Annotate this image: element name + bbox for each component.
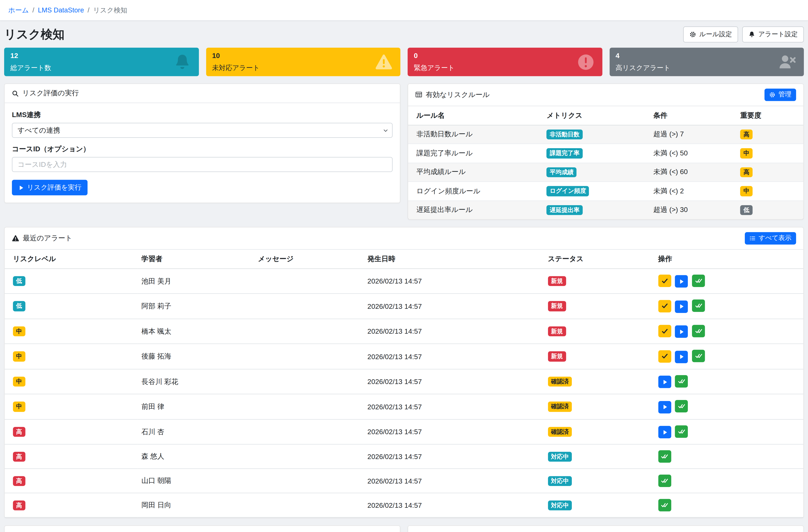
alert-datetime: 2026/02/13 14:57 <box>363 419 544 444</box>
metric-badge: 遅延提出率 <box>547 205 583 215</box>
metric-badge: 非活動日数 <box>547 129 583 140</box>
run-risk-eval-button[interactable]: リスク評価を実行 <box>12 180 88 196</box>
resolve-button[interactable] <box>692 350 705 362</box>
bell-icon <box>173 53 191 71</box>
resolve-button[interactable] <box>692 325 705 337</box>
learner-name: 阿部 莉子 <box>137 294 254 319</box>
start-button[interactable] <box>658 376 671 388</box>
alert-row: 高 岡田 日向 2026/02/13 14:57 対応中 <box>5 493 804 517</box>
person-x-icon <box>778 53 796 71</box>
learner-name: 山口 朝陽 <box>137 469 254 493</box>
rule-row: 遅延提出率ルール 遅延提出率 超過 (>) 30 低 <box>408 201 804 219</box>
start-button[interactable] <box>675 351 688 363</box>
column-header: 条件 <box>649 106 736 125</box>
alert-settings-label: アラート設定 <box>758 30 797 39</box>
risk-level-badge: 高 <box>13 476 25 486</box>
start-button[interactable] <box>658 426 671 439</box>
status-badge: 対応中 <box>548 452 572 462</box>
alert-actions <box>654 344 804 369</box>
alerts-body: 低 池田 美月 2026/02/13 14:57 新規 <box>5 269 804 517</box>
resolve-button[interactable] <box>658 475 671 487</box>
breadcrumb-link-home[interactable]: ホーム <box>8 5 29 15</box>
alert-row: 中 前田 律 2026/02/13 14:57 確認済 <box>5 394 804 419</box>
dashboard-card: ダッシュボード リスク分析ダッシュボードで詳細を確認 ダッシュボードへ <box>408 526 804 532</box>
alert-actions <box>654 444 804 469</box>
header-actions: ルール設定 アラート設定 <box>683 26 804 43</box>
list-icon <box>749 235 756 241</box>
alert-actions <box>654 419 804 444</box>
acknowledge-button[interactable] <box>658 350 671 363</box>
alert-message <box>254 493 363 517</box>
stat-label: 高リスクアラート <box>616 63 797 73</box>
status-badge: 新規 <box>548 301 566 311</box>
exclamation-circle-icon <box>577 53 594 71</box>
learner-name: 石川 杏 <box>137 419 254 444</box>
alert-actions <box>654 394 804 419</box>
lms-select[interactable]: すべての連携 <box>12 123 393 138</box>
course-id-input[interactable] <box>12 157 393 172</box>
start-button[interactable] <box>675 300 688 313</box>
start-button[interactable] <box>675 275 688 288</box>
learner-name: 前田 律 <box>137 394 254 419</box>
alert-datetime: 2026/02/13 14:57 <box>363 269 544 294</box>
rule-name: 平均成績ルール <box>408 163 543 182</box>
risk-level-badge: 低 <box>13 276 25 286</box>
gear-icon <box>690 31 696 38</box>
risk-level-badge: 低 <box>13 301 25 311</box>
recent-alerts-panel: 最近のアラート すべて表示 リスクレベル学習者メッセージ発生日時ステータス操作 <box>4 227 804 518</box>
stat-value: 4 <box>616 52 797 60</box>
metric-badge: ログイン頻度 <box>547 186 589 196</box>
risk-level-badge: 高 <box>13 452 25 462</box>
rule-condition: 超過 (>) 30 <box>649 201 736 219</box>
acknowledge-button[interactable] <box>658 300 671 312</box>
table-icon <box>416 91 422 98</box>
start-button[interactable] <box>675 326 688 338</box>
learner-name: 森 悠人 <box>137 444 254 469</box>
alert-row: 高 山口 朝陽 2026/02/13 14:57 対応中 <box>5 469 804 493</box>
alert-actions <box>654 319 804 344</box>
severity-badge: 高 <box>740 167 752 178</box>
resolve-button[interactable] <box>675 375 688 387</box>
resolve-button[interactable] <box>658 450 671 463</box>
resolve-button[interactable] <box>658 499 671 512</box>
page: ホーム / LMS DataStore / リスク検知 リスク検知 ルール設定 <box>0 0 808 532</box>
alert-message <box>254 319 363 344</box>
alert-actions <box>654 269 804 294</box>
status-badge: 確認済 <box>548 402 572 412</box>
risk-level-badge: 中 <box>13 351 25 362</box>
lms-select-label: LMS連携 <box>12 110 393 120</box>
status-badge: 新規 <box>548 351 566 362</box>
breadcrumb-separator: / <box>33 6 34 14</box>
alert-row: 低 阿部 莉子 2026/02/13 14:57 新規 <box>5 294 804 319</box>
show-all-alerts-label: すべて表示 <box>759 234 791 242</box>
rule-settings-button[interactable]: ルール設定 <box>683 26 738 43</box>
resolve-button[interactable] <box>692 274 705 287</box>
alert-datetime: 2026/02/13 14:57 <box>363 493 544 517</box>
resolve-button[interactable] <box>692 300 705 312</box>
alert-datetime: 2026/02/13 14:57 <box>363 469 544 493</box>
column-header: 重要度 <box>736 106 803 125</box>
start-button[interactable] <box>658 401 671 413</box>
alert-row: 高 森 悠人 2026/02/13 14:57 対応中 <box>5 444 804 469</box>
show-all-alerts-button[interactable]: すべて表示 <box>745 232 796 244</box>
search-icon <box>12 90 19 97</box>
stat-card-urgent-alerts: 0 緊急アラート <box>408 48 602 76</box>
stat-card-total-alerts: 12 総アラート数 <box>4 48 199 76</box>
alert-settings-button[interactable]: アラート設定 <box>742 26 804 43</box>
stat-value: 10 <box>212 52 394 60</box>
metric-badge: 課題完了率 <box>547 148 583 158</box>
manage-rules-button[interactable]: 管理 <box>765 89 796 101</box>
learner-name: 橋本 颯太 <box>137 319 254 344</box>
breadcrumb-current: リスク検知 <box>93 5 127 15</box>
column-header: ルール名 <box>408 106 543 125</box>
alert-datetime: 2026/02/13 14:57 <box>363 369 544 394</box>
stat-value: 0 <box>414 52 596 60</box>
breadcrumb-link-lms-datastore[interactable]: LMS DataStore <box>38 6 84 14</box>
risk-level-badge: 中 <box>13 402 25 412</box>
risk-level-badge: 中 <box>13 326 25 336</box>
resolve-button[interactable] <box>675 425 688 438</box>
acknowledge-button[interactable] <box>658 325 671 337</box>
alert-message <box>254 419 363 444</box>
acknowledge-button[interactable] <box>658 275 671 287</box>
resolve-button[interactable] <box>675 400 688 412</box>
